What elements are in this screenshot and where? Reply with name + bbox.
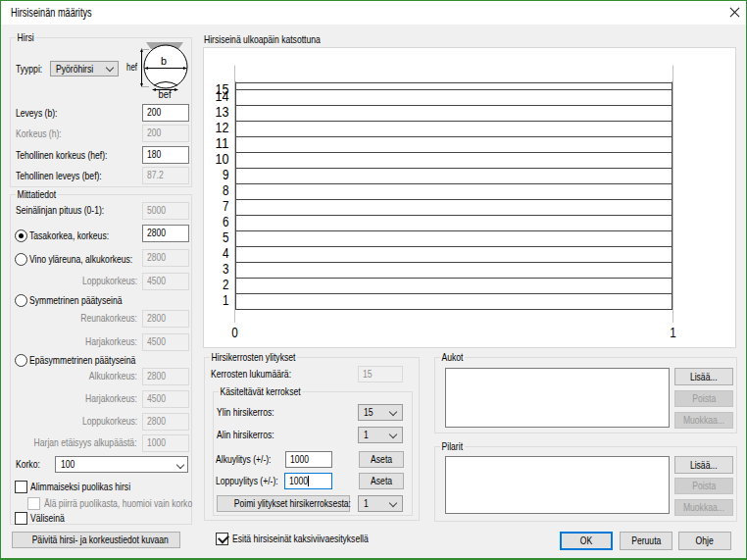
svg-text:11: 11 [216,134,229,151]
svg-text:10: 10 [216,150,229,167]
svg-text:2: 2 [223,276,229,292]
svg-text:1: 1 [670,324,676,340]
svg-text:4: 4 [223,244,229,261]
svg-text:5: 5 [223,229,229,245]
svg-text:8: 8 [223,181,229,198]
svg-text:3: 3 [223,260,229,277]
svg-text:1: 1 [223,291,229,308]
svg-text:9: 9 [223,166,229,182]
svg-text:7: 7 [223,197,229,214]
svg-text:hef: hef [126,61,138,73]
svg-text:b: b [161,55,167,67]
svg-text:12: 12 [216,119,229,135]
svg-text:bef: bef [159,88,173,100]
svg-text:13: 13 [216,103,229,120]
svg-text:15: 15 [216,80,229,97]
svg-text:6: 6 [223,213,229,229]
svg-text:0: 0 [231,324,238,340]
